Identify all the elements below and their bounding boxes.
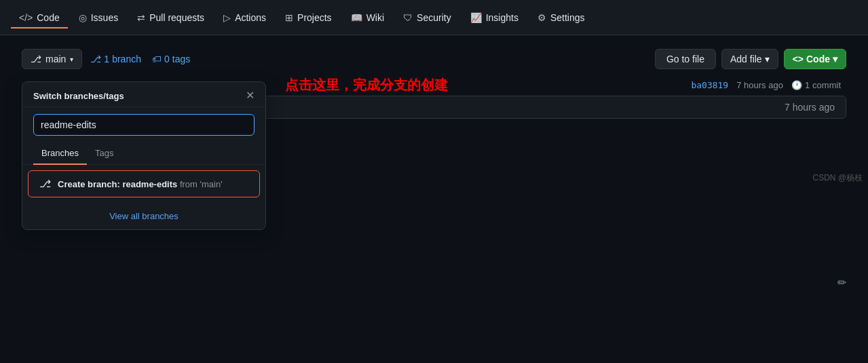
commit-count: 🕐 1 commit <box>791 80 841 90</box>
create-branch-item[interactable]: ⎇ Create branch: readme-edits from 'main… <box>28 170 260 197</box>
insights-icon: 📈 <box>470 12 482 23</box>
nav-actions[interactable]: ▷ Actions <box>215 7 274 28</box>
create-branch-text: Create branch: readme-edits from 'main' <box>58 179 223 189</box>
commit-hash[interactable]: ba03819 <box>691 80 728 90</box>
annotation: 点击这里，完成分支的创建 <box>285 76 448 94</box>
security-icon: 🛡 <box>403 12 413 23</box>
branch-selector-button[interactable]: ⎇ main ▾ <box>22 49 82 69</box>
chevron-down-icon: ▾ <box>70 56 73 63</box>
branch-search-input[interactable] <box>33 114 254 136</box>
pull-requests-icon: ⇄ <box>137 12 145 23</box>
nav-code[interactable]: </> Code <box>11 7 68 28</box>
branch-icon: ⎇ <box>31 54 41 64</box>
close-button[interactable]: ✕ <box>246 90 254 101</box>
code-button[interactable]: <> Code ▾ <box>784 49 846 69</box>
nav-projects[interactable]: ⊞ Projects <box>277 7 340 28</box>
settings-icon: ⚙ <box>537 12 546 23</box>
branch-meta: ⎇ 1 branch 🏷 0 tags <box>90 54 190 64</box>
commit-time: 7 hours ago <box>736 80 783 90</box>
view-all-branches-link[interactable]: View all branches <box>22 203 265 229</box>
issues-icon: ◎ <box>79 12 87 23</box>
edit-icon[interactable]: ✏ <box>837 276 846 289</box>
actions-icon: ▷ <box>223 12 231 23</box>
file-time: 7 hours ago <box>785 102 835 113</box>
tag-icon: 🏷 <box>152 54 162 64</box>
branch-create-icon: ⎇ <box>39 178 51 190</box>
dropdown-tabs: Branches Tags <box>22 142 265 165</box>
add-file-button[interactable]: Add file ▾ <box>721 49 778 69</box>
main-content: ⎇ main ▾ ⎇ 1 branch 🏷 0 tags Go to file … <box>0 35 868 189</box>
action-buttons: Go to file Add file ▾ <> Code ▾ <box>655 49 846 69</box>
nav-pull-requests[interactable]: ⇄ Pull requests <box>129 7 212 28</box>
nav-security[interactable]: 🛡 Security <box>395 7 459 28</box>
tab-branches[interactable]: Branches <box>33 142 87 165</box>
tab-tags[interactable]: Tags <box>87 142 121 165</box>
dropdown-title: Switch branches/tags <box>33 91 124 101</box>
top-nav: </> Code ◎ Issues ⇄ Pull requests ▷ Acti… <box>0 0 868 35</box>
nav-insights[interactable]: 📈 Insights <box>462 7 527 28</box>
tags-link[interactable]: 🏷 0 tags <box>152 54 190 64</box>
nav-settings[interactable]: ⚙ Settings <box>529 7 593 28</box>
branch-row: ⎇ main ▾ ⎇ 1 branch 🏷 0 tags Go to file … <box>22 49 846 69</box>
nav-wiki[interactable]: 📖 Wiki <box>343 7 392 28</box>
watermark: CSDN @杨枝 <box>812 172 863 184</box>
wiki-icon: 📖 <box>351 12 362 23</box>
nav-issues[interactable]: ◎ Issues <box>71 7 126 28</box>
code-icon: </> <box>19 12 33 23</box>
go-to-file-button[interactable]: Go to file <box>655 49 716 69</box>
branches-link[interactable]: ⎇ 1 branch <box>90 54 141 64</box>
projects-icon: ⊞ <box>285 12 293 23</box>
chevron-down-icon-add: ▾ <box>765 54 770 64</box>
dropdown-header: Switch branches/tags ✕ <box>22 82 265 107</box>
code-dropdown-icon: <> <box>793 54 804 64</box>
branch-dropdown: Switch branches/tags ✕ Branches Tags ⎇ C… <box>22 81 266 230</box>
clock-icon: 🕐 <box>791 80 802 90</box>
branch-count-icon: ⎇ <box>90 54 101 64</box>
chevron-down-icon-code: ▾ <box>833 54 837 64</box>
